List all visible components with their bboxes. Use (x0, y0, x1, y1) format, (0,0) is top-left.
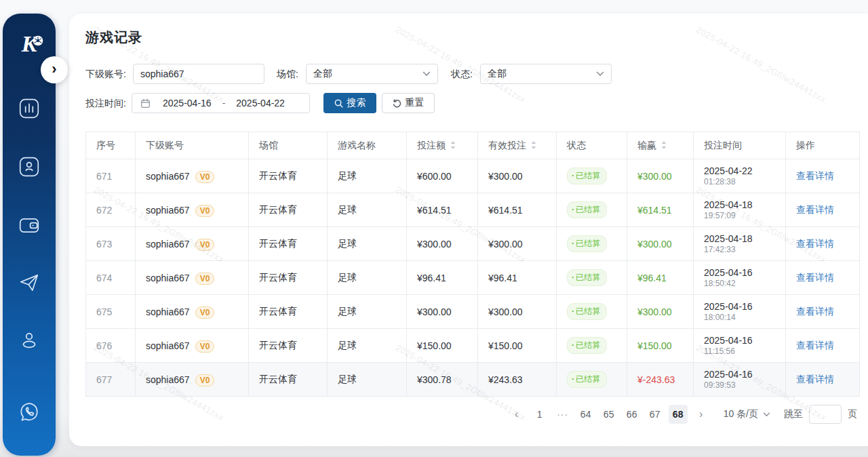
next-page-icon[interactable]: › (692, 405, 711, 424)
column-header[interactable]: 投注额 (407, 132, 478, 159)
account-input[interactable] (133, 64, 264, 84)
win-loss-value: ¥-243.63 (637, 374, 675, 385)
cell-action: 查看详情 (786, 363, 860, 397)
level-badge: V0 (195, 273, 215, 285)
sidebar-expand-button[interactable]: › (41, 56, 68, 83)
table-row: 677 sophia667V0 开云体育 足球 ¥300.78 ¥243.63 … (86, 363, 860, 397)
status-select[interactable]: 全部 (480, 64, 612, 84)
page-button[interactable]: 65 (599, 405, 618, 424)
sidebar-item-profile[interactable] (18, 329, 41, 352)
cell-status: 已结算 (557, 261, 627, 295)
account-label: 下级账号: (85, 64, 126, 84)
sidebar-item-account[interactable] (18, 155, 41, 178)
account-name: sophia667 (146, 340, 190, 351)
jump-suffix: 页 (848, 408, 857, 420)
main-panel: 游戏记录 下级账号: 场馆: 全部 状态: 全部 投注时间: 2025-04-1… (69, 14, 868, 446)
column-header[interactable]: 输赢 (627, 132, 694, 159)
column-label: 有效投注 (488, 140, 526, 151)
page-size-value: 10 条/页 (724, 408, 758, 420)
cell-win-loss: ¥96.41 (627, 261, 694, 295)
prev-page-icon[interactable]: ‹ (507, 405, 526, 424)
cell-bet-time: 2025-04-16 11:15:56 (694, 329, 786, 363)
page-title: 游戏记录 (85, 28, 142, 47)
filter-row-1: 下级账号: 场馆: 全部 状态: 全部 (85, 64, 859, 84)
cell-win-loss: ¥300.00 (627, 159, 694, 193)
column-header: 状态 (557, 132, 627, 159)
cell-seq: 677 (86, 363, 136, 397)
cell-valid-bet: ¥300.00 (478, 295, 557, 329)
status-badge: 已结算 (567, 269, 607, 286)
bet-date: 2025-04-18 (704, 233, 775, 245)
cell-status: 已结算 (557, 159, 627, 193)
page-button[interactable]: 1 (530, 405, 549, 424)
status-badge: 已结算 (567, 371, 607, 388)
cell-account: sophia667V0 (136, 193, 249, 227)
cell-account: sophia667V0 (136, 329, 249, 363)
column-header[interactable]: 有效投注 (478, 132, 557, 159)
cell-valid-bet: ¥300.00 (478, 159, 557, 193)
cell-win-loss: ¥150.00 (627, 329, 694, 363)
level-badge: V0 (195, 306, 215, 319)
bet-date: 2025-04-16 (704, 368, 775, 380)
cell-venue: 开云体育 (249, 329, 328, 363)
page-buttons: 1 ··· 64 65 66 67 68 (528, 405, 690, 424)
filter-row-2: 投注时间: 2025-04-16 - 2025-04-22 搜索 重置 (85, 93, 859, 113)
view-details-link[interactable]: 查看详情 (796, 374, 834, 384)
sidebar-item-reports[interactable] (18, 97, 41, 120)
reset-button[interactable]: 重置 (382, 93, 435, 113)
win-loss-value: ¥96.41 (637, 273, 667, 283)
cell-venue: 开云体育 (249, 363, 328, 397)
page-button[interactable]: 68 (669, 405, 688, 424)
search-button[interactable]: 搜索 (323, 93, 376, 113)
cell-venue: 开云体育 (249, 193, 328, 227)
level-badge: V0 (195, 171, 215, 183)
jump-label: 跳至 (784, 408, 803, 420)
bet-time: 18:00:14 (704, 313, 775, 323)
cell-bet-amount: ¥600.00 (407, 159, 478, 193)
account-name: sophia667 (146, 306, 190, 317)
cell-bet-amount: ¥614.51 (407, 193, 478, 227)
page-button[interactable]: 67 (646, 405, 665, 424)
venue-label: 场馆: (277, 64, 298, 84)
view-details-link[interactable]: 查看详情 (796, 238, 834, 249)
view-details-link[interactable]: 查看详情 (796, 170, 834, 181)
cell-valid-bet: ¥150.00 (478, 329, 557, 363)
reset-button-label: 重置 (406, 97, 425, 109)
sidebar-item-support[interactable] (18, 401, 41, 424)
bet-time: 18:50:42 (704, 279, 775, 289)
win-loss-value: ¥300.00 (637, 306, 672, 317)
view-details-link[interactable]: 查看详情 (796, 204, 834, 215)
level-badge: V0 (195, 205, 215, 217)
cell-seq: 675 (86, 295, 136, 329)
date-range-picker[interactable]: 2025-04-16 - 2025-04-22 (132, 93, 310, 113)
cell-action: 查看详情 (786, 193, 860, 227)
sort-icon (450, 140, 456, 150)
page-button[interactable]: 66 (623, 405, 642, 424)
page-size-select[interactable]: 10 条/页 (724, 408, 770, 420)
view-details-link[interactable]: 查看详情 (796, 272, 834, 283)
bet-time: 09:39:53 (704, 380, 775, 391)
view-details-link[interactable]: 查看详情 (796, 340, 834, 351)
jump-page-input[interactable] (809, 405, 842, 424)
status-badge: 已结算 (567, 167, 607, 184)
cell-account: sophia667V0 (136, 159, 249, 193)
sidebar-item-transfer[interactable] (18, 271, 41, 294)
view-details-link[interactable]: 查看详情 (796, 306, 834, 317)
venue-select[interactable]: 全部 (306, 64, 438, 84)
cell-bet-time: 2025-04-16 18:50:42 (694, 261, 786, 295)
account-name: sophia667 (146, 239, 190, 250)
cell-account: sophia667V0 (136, 363, 249, 397)
cell-account: sophia667V0 (136, 295, 249, 329)
cell-bet-amount: ¥300.78 (407, 363, 478, 397)
soccer-ball-icon (33, 35, 43, 46)
column-header: 序号 (86, 132, 136, 159)
cell-game: 足球 (328, 295, 407, 329)
cell-venue: 开云体育 (249, 261, 328, 295)
chevron-right-icon: › (52, 62, 56, 77)
cell-action: 查看详情 (786, 261, 860, 295)
sort-icon (660, 140, 667, 150)
sidebar-item-wallet[interactable] (18, 214, 41, 237)
level-badge: V0 (195, 239, 215, 251)
status-badge: 已结算 (567, 337, 607, 354)
page-button[interactable]: 64 (576, 405, 595, 424)
